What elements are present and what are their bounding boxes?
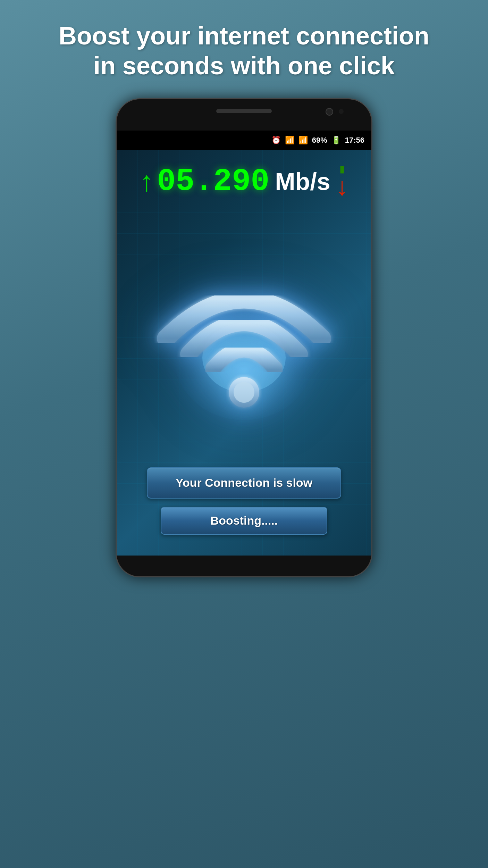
alarm-icon: ⏰ [271,136,281,145]
phone-bottom-bezel [117,556,371,576]
wifi-area [117,206,371,467]
phone-sensor [339,109,344,114]
phone-outer: ⏰ 📶 📶 69% 🔋 17:56 ↑ 05.290 Mb/s ▮ ↓ [116,98,372,577]
app-screen: ↑ 05.290 Mb/s ▮ ↓ [117,150,371,556]
speed-value: 05.290 [157,164,269,199]
signal-icon: 📶 [298,136,308,145]
status-buttons: Your Connection is slow Boosting..... [117,467,371,556]
upload-arrow: ↑ [140,168,153,195]
status-bar: ⏰ 📶 📶 69% 🔋 17:56 [117,131,371,150]
download-arrow-wrapper: ▮ ↓ [336,164,348,199]
phone-wrapper: ⏰ 📶 📶 69% 🔋 17:56 ↑ 05.290 Mb/s ▮ ↓ [112,98,376,868]
phone-speaker [216,109,272,113]
connection-status-btn[interactable]: Your Connection is slow [147,467,341,499]
phone-top-bezel [117,99,371,131]
headline: Boost your internet connection in second… [31,0,457,98]
download-arrow-red: ↓ [336,174,348,199]
svg-point-3 [234,382,254,403]
wifi-icon [147,253,341,420]
clock: 17:56 [345,136,364,145]
phone-camera [326,108,333,116]
speed-unit: Mb/s [275,168,330,195]
wifi-status-icon: 📶 [285,136,294,145]
battery-icon: 🔋 [331,136,341,145]
boosting-btn[interactable]: Boosting..... [161,507,327,535]
battery-text: 69% [312,136,327,145]
speed-row: ↑ 05.290 Mb/s ▮ ↓ [117,150,371,206]
